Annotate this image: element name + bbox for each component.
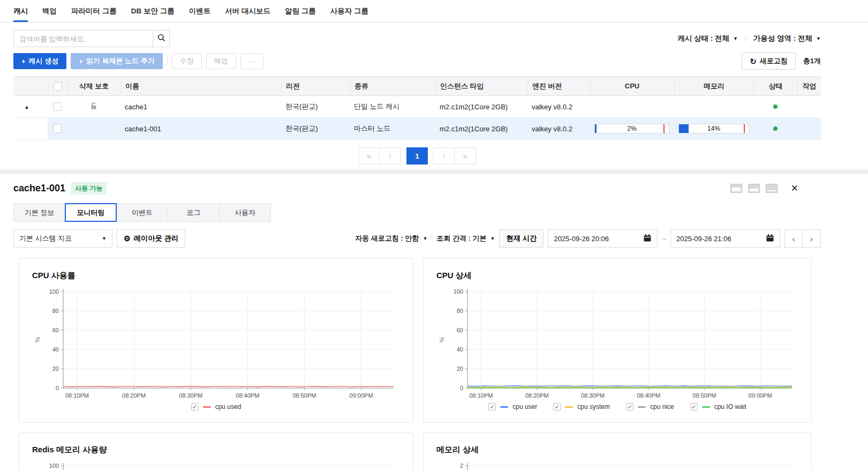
legend-checkbox[interactable]: ✓ (191, 403, 199, 411)
legend-item-cpu-used[interactable]: ✓cpu used (191, 403, 241, 411)
legend-line-swatch (565, 406, 573, 408)
svg-text:08:10PM: 08:10PM (65, 392, 89, 399)
tab-basic-info[interactable]: 기본 정보 (13, 203, 65, 222)
refresh-button[interactable]: ↻ 새로고침 (742, 53, 796, 70)
chart-title: 메모리 상세 (436, 445, 798, 455)
search-icon (157, 34, 165, 43)
status-badge: 사용 가능 (71, 182, 107, 195)
range-prev-button[interactable]: ‹ (784, 229, 803, 248)
tab-log[interactable]: 로그 (168, 203, 220, 222)
divider (745, 35, 746, 42)
svg-text:60: 60 (457, 327, 463, 333)
svg-text:40: 40 (457, 346, 463, 353)
total-count: 총1개 (803, 56, 821, 66)
add-replica-node-button[interactable]: + 읽기 복제본 노드 추가 (71, 53, 162, 69)
nav-tab-cache[interactable]: 캐시 (13, 0, 28, 22)
cache-table: 삭제 보호 이름 리전 종류 인스턴스 타입 엔진 버전 CPU 메모리 상태 … (13, 76, 821, 140)
collapse-row-icon[interactable]: ▲ (24, 104, 29, 110)
memory-usage-bar: 14% (678, 124, 749, 133)
svg-text:0: 0 (56, 385, 59, 391)
svg-text:08:20PM: 08:20PM (122, 392, 146, 399)
table-row-cache1-001[interactable]: cache1-001 한국(판교) 마스터 노드 m2.c1m2(1Core 2… (13, 118, 821, 140)
svg-text:08:20PM: 08:20PM (525, 392, 549, 399)
pagination-first-button[interactable]: « (358, 147, 380, 165)
close-icon[interactable]: ✕ (791, 183, 798, 194)
legend-line-swatch (638, 406, 646, 408)
detail-tabs: 기본 정보 모니터링 이벤트 로그 사용자 (13, 203, 821, 222)
search-input[interactable] (13, 30, 153, 47)
row-checkbox[interactable] (53, 102, 62, 111)
current-time-button[interactable]: 현재 시간 (499, 229, 544, 248)
legend-item-cpu-nice[interactable]: ✓cpu nice (626, 403, 674, 411)
redis-memory-chart: 100 (32, 460, 399, 470)
legend-item-cpu-IO-wait[interactable]: ✓cpu IO wait (690, 403, 746, 411)
more-actions-button[interactable]: ⋯ (240, 53, 263, 69)
interval-dropdown[interactable]: 조회 간격 : 기본 ▼ (436, 234, 495, 243)
legend-checkbox[interactable]: ✓ (553, 403, 561, 411)
svg-text:08:40PM: 08:40PM (637, 392, 660, 399)
panel-size-small-button[interactable] (730, 184, 742, 193)
nav-tab-db-security-group[interactable]: DB 보안 그룹 (131, 0, 175, 22)
panel-size-full-button[interactable] (766, 184, 778, 193)
cpu-usage-bar: 2% (594, 124, 669, 133)
plus-icon: + (79, 57, 83, 65)
layout-manage-button[interactable]: ⚙ 레이아웃 관리 (117, 229, 185, 248)
svg-text:100: 100 (49, 288, 59, 295)
gear-icon: ⚙ (124, 234, 131, 243)
legend-checkbox[interactable]: ✓ (690, 403, 698, 411)
svg-text:%: % (34, 337, 41, 342)
memory-usage-value: 14% (679, 124, 749, 133)
charts-grid: CPU 사용률 08:10PM08:20PM08:30PM08:40PM08:5… (19, 258, 868, 470)
svg-text:80: 80 (457, 308, 463, 314)
nav-tab-alert-group[interactable]: 알림 그룹 (285, 0, 316, 22)
pagination-next-button[interactable]: › (433, 147, 455, 165)
svg-text:100: 100 (49, 462, 59, 469)
col-header-memory: 메모리 (674, 77, 753, 95)
calendar-icon[interactable] (766, 234, 774, 244)
metric-select[interactable]: 기본 시스템 지표 ▼ (13, 229, 112, 248)
pagination-prev-button[interactable]: ‹ (380, 147, 401, 165)
cache-state-filter[interactable]: 캐시 상태 : 전체 ▼ (677, 34, 738, 43)
search-button[interactable] (153, 30, 170, 47)
auto-refresh-dropdown[interactable]: 자동 새로고침 : 안함 ▼ (355, 234, 427, 243)
panel-size-half-button[interactable] (748, 184, 760, 193)
table-row-cache1[interactable]: ▲ cache1 한국(판교) 단일 노드 캐시 m2.c1m2(1Core 2… (13, 96, 821, 118)
nav-tab-user-group[interactable]: 사용자 그룹 (330, 0, 368, 22)
svg-text:08:10PM: 08:10PM (469, 392, 493, 399)
select-all-checkbox[interactable] (54, 82, 62, 91)
tab-monitoring[interactable]: 모니터링 (65, 203, 117, 222)
svg-text:08:50PM: 08:50PM (292, 392, 316, 399)
monitoring-toolbar: 기본 시스템 지표 ▼ ⚙ 레이아웃 관리 자동 새로고침 : 안함 ▼ 조회 … (13, 229, 821, 248)
date-from-input[interactable]: 2025-09-26 20:06 (548, 229, 658, 248)
panel-separator (0, 170, 868, 174)
date-range-separator: ~ (662, 235, 666, 243)
svg-text:80: 80 (52, 308, 59, 314)
tab-user[interactable]: 사용자 (219, 203, 271, 222)
legend-line-swatch (203, 406, 211, 408)
chart-title: CPU 사용률 (32, 271, 400, 281)
chart-title: Redis 메모리 사용량 (32, 445, 400, 455)
nav-tab-server-dashboard[interactable]: 서버 대시보드 (225, 0, 270, 22)
cache-name: cache1 (120, 96, 281, 117)
chart-card-cpu-detail: CPU 상세 08:10PM08:20PM08:30PM08:40PM08:50… (423, 258, 812, 423)
legend-item-cpu-user[interactable]: ✓cpu user (488, 403, 537, 411)
range-next-button[interactable]: › (803, 229, 821, 248)
pagination-last-button[interactable]: » (455, 147, 476, 165)
tab-event[interactable]: 이벤트 (116, 203, 168, 222)
row-checkbox[interactable] (53, 124, 62, 133)
nav-tab-parameter-group[interactable]: 파라미터 그룹 (71, 0, 117, 22)
create-cache-button[interactable]: + 캐시 생성 (13, 53, 66, 69)
pagination-page-1[interactable]: 1 (406, 147, 428, 165)
availability-zone-filter[interactable]: 가용성 영역 : 전체 ▼ (753, 34, 821, 43)
legend-item-cpu-system[interactable]: ✓cpu system (553, 403, 610, 411)
edit-button[interactable]: 수정 (172, 53, 202, 69)
backup-button[interactable]: 백업 (206, 53, 236, 69)
nav-tab-event[interactable]: 이벤트 (189, 0, 211, 22)
nav-tab-backup[interactable]: 백업 (42, 0, 57, 22)
date-to-input[interactable]: 2025-09-26 21:06 (670, 229, 780, 248)
legend-checkbox[interactable]: ✓ (488, 403, 496, 411)
legend-label: cpu IO wait (714, 403, 746, 411)
calendar-icon[interactable] (643, 234, 652, 244)
status-ok-dot (773, 105, 778, 109)
legend-checkbox[interactable]: ✓ (626, 403, 633, 411)
